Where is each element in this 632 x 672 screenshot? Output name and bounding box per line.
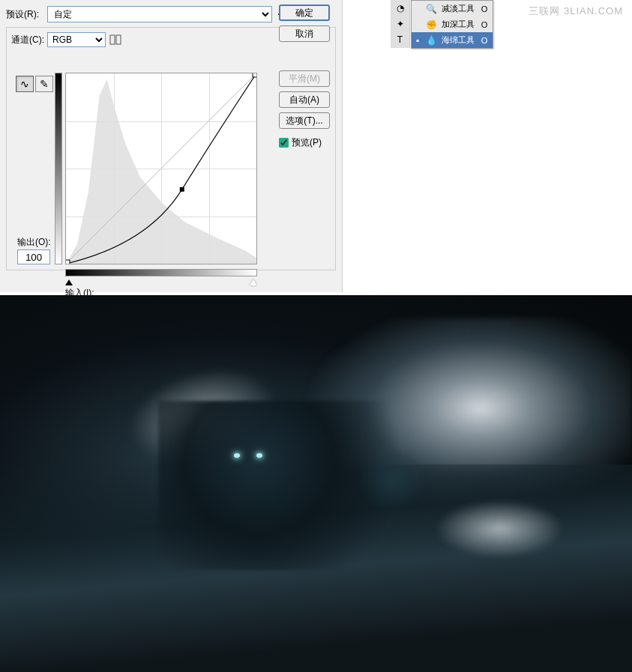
svg-line-6 xyxy=(66,73,256,264)
burn-icon: ✊ xyxy=(424,19,439,30)
smooth-button: 平滑(M) xyxy=(279,70,330,87)
channel-label: 通道(C): xyxy=(11,34,44,46)
tool-mark-selected: ▪ xyxy=(415,35,421,46)
channel-select[interactable]: RGB xyxy=(47,32,106,47)
cancel-button[interactable]: 取消 xyxy=(279,25,330,42)
tool-shortcut: O xyxy=(479,4,490,13)
tool-shortcut: O xyxy=(479,20,490,29)
sidebar-tool-1[interactable]: ◔ xyxy=(391,0,409,16)
options-button[interactable]: 选项(T)... xyxy=(279,112,330,129)
auto-button[interactable]: 自动(A) xyxy=(279,91,330,108)
preset-label: 预设(R): xyxy=(6,8,47,21)
svg-rect-4 xyxy=(110,35,115,44)
output-label: 输出(O): xyxy=(17,236,51,249)
ok-button[interactable]: 确定 xyxy=(279,4,330,21)
input-gradient xyxy=(65,269,257,276)
curve-graph[interactable] xyxy=(65,73,257,264)
svg-rect-9 xyxy=(253,73,256,77)
tool-label: 加深工具 xyxy=(442,19,476,30)
watermark-text: 三联网 3LIAN.COM xyxy=(529,4,623,18)
svg-rect-8 xyxy=(66,260,70,264)
output-gradient xyxy=(55,73,62,264)
curve-mode-button[interactable]: ∿ xyxy=(16,76,34,92)
preview-label: 预览(P) xyxy=(292,136,322,149)
white-point-slider[interactable] xyxy=(250,279,257,285)
dodge-icon: 🔍 xyxy=(424,4,439,14)
svg-rect-5 xyxy=(116,35,121,44)
tool-shortcut: O xyxy=(479,36,490,45)
sponge-icon: 💧 xyxy=(424,35,439,46)
tool-item-dodge[interactable]: 🔍 减淡工具 O xyxy=(412,1,493,16)
tool-label: 减淡工具 xyxy=(442,3,476,14)
tool-flyout: 🔍 减淡工具 O ✊ 加深工具 O ▪ 💧 海绵工具 O xyxy=(411,0,493,49)
preview-checkbox[interactable]: 预览(P) xyxy=(279,136,333,149)
tool-item-burn[interactable]: ✊ 加深工具 O xyxy=(412,16,493,32)
pencil-mode-button[interactable]: ✎ xyxy=(35,76,53,92)
curves-dialog: 预设(R): 自定 通道(C): RGB ∿ ✎ xyxy=(0,0,343,292)
black-point-slider[interactable] xyxy=(65,279,73,285)
artwork-preview xyxy=(0,295,632,672)
sidebar-tool-2[interactable]: ✦ xyxy=(391,16,409,31)
tool-label: 海绵工具 xyxy=(442,34,476,46)
svg-rect-7 xyxy=(180,187,184,192)
preset-select[interactable]: 自定 xyxy=(47,6,272,22)
sidebar-tool-text[interactable]: T xyxy=(391,31,409,47)
auto-icon[interactable] xyxy=(109,32,124,47)
tool-item-sponge[interactable]: ▪ 💧 海绵工具 O xyxy=(412,32,493,48)
output-value-input[interactable] xyxy=(17,249,50,264)
